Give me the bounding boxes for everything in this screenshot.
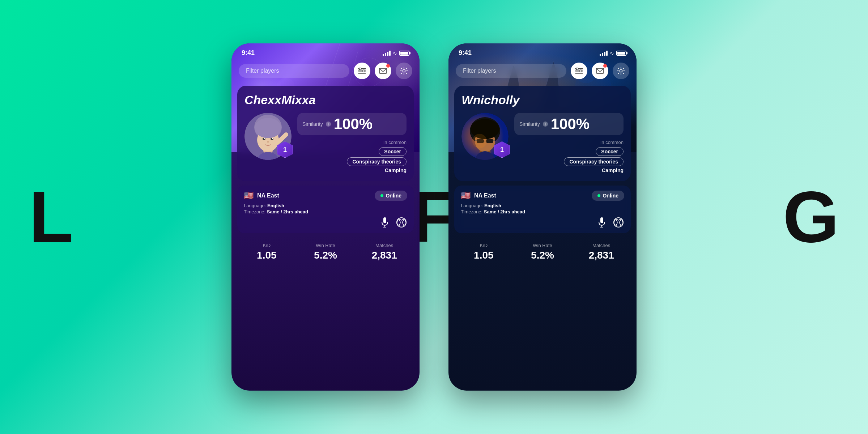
similarity-label-2: Similarity: [519, 121, 540, 127]
phone-2-profile-card: Wnicholly: [454, 86, 631, 181]
svg-point-7: [359, 68, 361, 70]
language-value: English: [267, 203, 284, 208]
stat-winrate-value-2: 5.2%: [513, 250, 572, 261]
stat-matches-2: Matches 2,831: [572, 238, 631, 266]
filter-button-2[interactable]: [571, 63, 587, 79]
similarity-label: Similarity: [302, 121, 323, 127]
battery-fill: [400, 52, 408, 55]
svg-point-16: [255, 118, 281, 138]
timezone-value: Same / 2hrs ahead: [267, 209, 308, 214]
platform-icons: [244, 217, 407, 228]
flag: 🇺🇸: [244, 191, 254, 200]
signal-bar-3: [387, 52, 388, 56]
stat-kd-value: 1.05: [237, 250, 296, 261]
similarity-value: 100%: [334, 116, 373, 132]
profile-main-2: 1 Similarity i 100% In common Soccer: [461, 113, 624, 174]
language-row: Language: English: [244, 203, 407, 208]
tag-soccer-2: Soccer: [596, 147, 624, 156]
phone-1-stats: K/D 1.05 Win Rate 5.2% Matches 2,831: [237, 238, 414, 266]
timezone-row: Timezone: Same / 2hrs ahead: [244, 209, 407, 214]
signal-bar-4: [389, 51, 391, 56]
phone-2-status-icons: ∿: [600, 50, 626, 56]
stat-matches-value-2: 2,831: [572, 250, 631, 261]
phone-2-details: 🇺🇸 NA East Online Language: English Time…: [454, 186, 631, 233]
signal-bar-4: [606, 51, 608, 56]
svg-point-32: [580, 70, 582, 72]
in-common: In common Soccer Conspiracy theories Cam…: [297, 140, 407, 174]
stat-winrate-label: Win Rate: [296, 243, 355, 248]
info-icon: i: [328, 122, 329, 126]
details-top: 🇺🇸 NA East Online: [244, 191, 407, 201]
stat-kd-label: K/D: [237, 243, 296, 248]
phone-2-search-input[interactable]: Filter players: [456, 64, 566, 78]
profile-main: 1 Similarity i 100% In common Soccer: [244, 113, 407, 174]
settings-button-2[interactable]: [613, 63, 629, 79]
mail-icon-2: [596, 68, 604, 74]
info-icon-2: i: [545, 122, 546, 126]
phone-1-search-input[interactable]: Filter players: [239, 64, 349, 78]
signal-bars: [383, 51, 391, 56]
xbox-icon-2: [613, 217, 624, 228]
svg-point-25: [397, 218, 406, 227]
phone-2-status-bar: 9:41 ∿: [448, 43, 637, 60]
gear-icon: [400, 67, 408, 75]
avatar-wrap: 1: [244, 113, 292, 160]
tag-conspiracy: Conspiracy theories: [347, 157, 407, 166]
phone-1: 9:41 ∿ Filter players: [231, 43, 420, 391]
stat-winrate-2: Win Rate 5.2%: [513, 238, 572, 266]
region-info: 🇺🇸 NA East: [244, 191, 279, 200]
battery-icon: [399, 51, 409, 56]
in-common-label: In common: [297, 140, 407, 145]
signal-bar-3: [604, 52, 605, 56]
mic-icon-2: [596, 217, 608, 228]
wifi-icon: ∿: [393, 50, 397, 56]
platform-icons-2: [461, 217, 624, 228]
settings-button[interactable]: [396, 63, 412, 79]
xbox-svg-2: [613, 217, 624, 227]
similarity-value-2: 100%: [551, 116, 590, 132]
svg-point-20: [272, 138, 273, 139]
search-placeholder-2: Filter players: [463, 68, 496, 74]
search-placeholder: Filter players: [246, 68, 279, 74]
signal-bars-2: [600, 51, 608, 56]
language-row-2: Language: English: [461, 203, 624, 208]
in-common-label-2: In common: [514, 140, 624, 145]
filter-icon: [358, 68, 366, 74]
similarity-info-icon-2: i: [543, 122, 548, 127]
svg-point-17: [263, 138, 265, 140]
stat-winrate: Win Rate 5.2%: [296, 238, 355, 266]
filter-icon-2: [575, 68, 583, 74]
mail-badge-2: [603, 64, 607, 68]
svg-point-50: [614, 218, 623, 227]
svg-point-18: [271, 138, 273, 140]
online-text: Online: [386, 193, 401, 199]
stat-matches-value: 2,831: [355, 250, 414, 261]
tag-conspiracy-2: Conspiracy theories: [564, 157, 624, 166]
svg-rect-22: [383, 217, 386, 223]
mail-badge: [386, 64, 390, 68]
rank-number: 1: [283, 146, 287, 154]
profile-info-2: Similarity i 100% In common Soccer Consp…: [514, 113, 624, 174]
online-badge-2: Online: [592, 191, 624, 201]
xbox-svg: [396, 217, 407, 227]
wifi-icon-2: ∿: [610, 50, 614, 56]
mail-button-2[interactable]: [592, 63, 608, 79]
stat-winrate-label-2: Win Rate: [513, 243, 572, 248]
language-label-2: Language:: [461, 203, 483, 208]
online-text-2: Online: [603, 193, 618, 199]
phone-2-player-name: Wnicholly: [461, 93, 624, 107]
region-name: NA East: [257, 192, 279, 199]
region-name-2: NA East: [474, 192, 496, 199]
avatar-wrap-2: 1: [461, 113, 509, 160]
mail-button[interactable]: [375, 63, 391, 79]
svg-point-31: [576, 68, 578, 70]
phone-1-time: 9:41: [242, 49, 255, 57]
language-value-2: English: [484, 203, 501, 208]
svg-point-8: [363, 70, 365, 72]
stat-kd-value-2: 1.05: [454, 250, 513, 261]
online-dot: [380, 194, 383, 197]
filter-button[interactable]: [354, 63, 370, 79]
svg-rect-6: [358, 73, 366, 74]
gear-icon-2: [617, 67, 625, 75]
phone-2-stats: K/D 1.05 Win Rate 5.2% Matches 2,831: [454, 238, 631, 266]
